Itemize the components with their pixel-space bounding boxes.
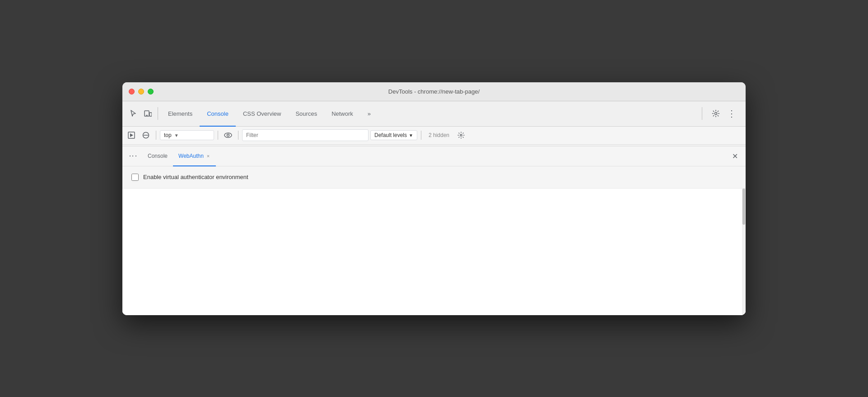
main-tabs: Elements Console CSS Overview Sources Ne… — [161, 101, 699, 126]
show-drawer-button[interactable] — [125, 129, 138, 142]
sub-tabs: Console WebAuthn × — [140, 147, 728, 166]
levels-label: Default levels — [374, 132, 407, 138]
tab-sources[interactable]: Sources — [288, 102, 324, 127]
more-options-button[interactable]: ⋮ — [724, 106, 738, 121]
context-selector[interactable]: top ▼ — [160, 130, 214, 140]
toolbar-divider-2 — [702, 107, 702, 120]
console-settings-button[interactable] — [455, 129, 467, 142]
sub-panel-toolbar: ⋮ Console WebAuthn × ✕ — [122, 147, 746, 166]
sub-tab-console[interactable]: Console — [142, 147, 173, 166]
sub-tab-webauthn[interactable]: WebAuthn × — [173, 147, 216, 166]
console-divider-4 — [421, 131, 421, 140]
window-title: DevTools - chrome://new-tab-page/ — [388, 88, 480, 95]
enable-authenticator-checkbox[interactable] — [131, 174, 139, 181]
maximize-button[interactable] — [148, 89, 154, 95]
scrollbar-thumb[interactable] — [742, 189, 745, 225]
clear-console-button[interactable] — [140, 129, 152, 142]
log-levels-dropdown[interactable]: Default levels ▼ — [370, 130, 417, 140]
close-panel-button[interactable]: ✕ — [728, 150, 741, 162]
svg-point-9 — [227, 134, 229, 137]
console-divider-1 — [156, 131, 156, 140]
top-toolbar: Elements Console CSS Overview Sources Ne… — [122, 101, 746, 127]
main-content-area — [122, 189, 746, 315]
enable-authenticator-row: Enable virtual authenticator environment — [131, 174, 737, 181]
traffic-lights — [129, 89, 154, 95]
device-mode-button[interactable] — [140, 106, 155, 121]
svg-point-8 — [224, 133, 232, 137]
svg-point-3 — [715, 113, 717, 115]
scrollbar-track[interactable] — [742, 189, 746, 315]
filter-input[interactable] — [242, 129, 369, 141]
toolbar-right: ⋮ — [705, 106, 742, 121]
tab-elements[interactable]: Elements — [161, 102, 200, 127]
webauthn-content: Enable virtual authenticator environment — [122, 166, 746, 189]
close-button[interactable] — [129, 89, 135, 95]
tab-network[interactable]: Network — [324, 102, 360, 127]
settings-button[interactable] — [709, 106, 723, 121]
tab-css-overview[interactable]: CSS Overview — [236, 102, 289, 127]
svg-marker-5 — [130, 133, 133, 137]
tab-more[interactable]: » — [360, 102, 378, 127]
console-divider-2 — [218, 131, 218, 140]
title-bar: DevTools - chrome://new-tab-page/ — [122, 82, 746, 101]
context-value: top — [164, 132, 172, 138]
select-element-button[interactable] — [126, 106, 140, 121]
tab-console[interactable]: Console — [200, 102, 236, 127]
close-tab-button[interactable]: × — [206, 153, 210, 159]
console-toolbar: top ▼ Default levels ▼ 2 hidden — [122, 127, 746, 145]
chevron-down-icon: ▼ — [409, 133, 413, 138]
live-expressions-button[interactable] — [222, 129, 234, 142]
sub-panel: ⋮ Console WebAuthn × ✕ — [122, 147, 746, 315]
svg-rect-1 — [149, 113, 152, 116]
console-divider-3 — [238, 131, 238, 140]
hidden-count: 2 hidden — [425, 132, 453, 138]
minimize-button[interactable] — [138, 89, 144, 95]
chevron-down-icon: ▼ — [174, 133, 179, 138]
devtools-window: DevTools - chrome://new-tab-page/ — [122, 82, 746, 315]
more-tabs-button[interactable]: ⋮ — [127, 150, 140, 162]
toolbar-divider-1 — [158, 107, 158, 120]
svg-point-10 — [460, 134, 462, 136]
enable-authenticator-label: Enable virtual authenticator environment — [143, 174, 248, 180]
devtools-container: Elements Console CSS Overview Sources Ne… — [122, 101, 746, 315]
